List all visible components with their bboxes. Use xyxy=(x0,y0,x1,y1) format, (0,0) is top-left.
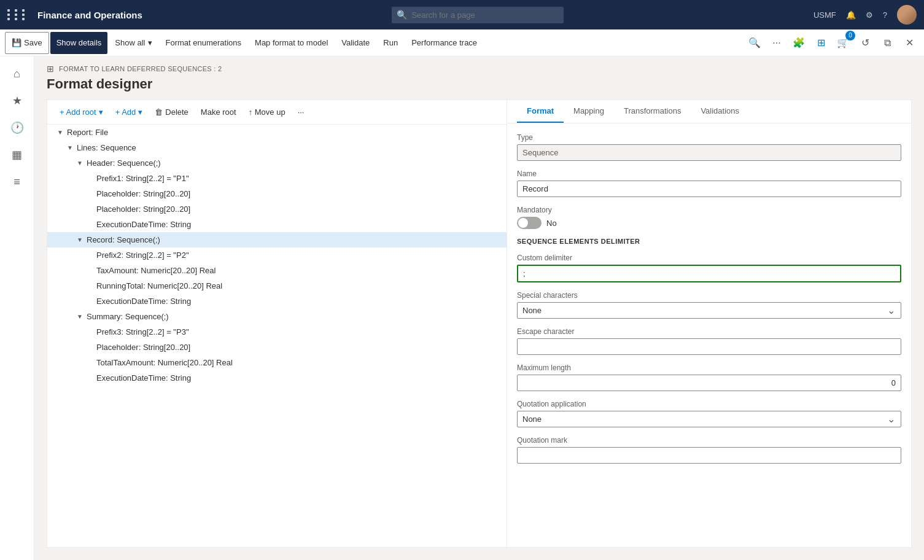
move-up-button[interactable]: ↑ Move up xyxy=(244,105,290,119)
more-tree-button[interactable]: ··· xyxy=(293,105,309,119)
sequence-delimiter-section: SEQUENCE ELEMENTS DELIMITER xyxy=(517,238,901,245)
tab-format[interactable]: Format xyxy=(517,100,564,123)
max-length-label: Maximum length xyxy=(517,364,901,372)
app-grid-icon[interactable] xyxy=(7,9,28,20)
tree-row-placeholder2[interactable]: Placeholder: String[20..20] xyxy=(47,201,507,217)
tree-row-header[interactable]: ▼ Header: Sequence(;) xyxy=(47,155,507,171)
tree-node-label: ExecutionDateTime: String xyxy=(96,373,191,383)
breadcrumb: FORMAT TO LEARN DEFERRED SEQUENCES : 2 xyxy=(59,65,222,72)
sidebar-workspaces-icon[interactable]: ▦ xyxy=(5,142,29,167)
max-length-input[interactable] xyxy=(517,375,901,391)
quotation-mark-input[interactable] xyxy=(517,447,901,464)
tree-node-label: Prefix1: String[2..2] = "P1" xyxy=(96,174,189,183)
caret-icon: ▼ xyxy=(67,144,77,151)
tree-toolbar: + Add root ▾ + Add ▾ 🗑 Delete Make root xyxy=(47,100,507,125)
caret-icon: ▼ xyxy=(77,236,87,243)
tree-row-totaltaxamount[interactable]: TotalTaxAmount: Numeric[20..20] Real xyxy=(47,355,507,370)
tree-node-label: Record: Sequence(;) xyxy=(87,235,160,244)
quotation-app-select-wrapper: None xyxy=(517,411,901,427)
tab-mapping[interactable]: Mapping xyxy=(564,100,614,123)
caret-icon: ▼ xyxy=(57,129,67,136)
refresh-button[interactable]: ↺ xyxy=(855,33,875,53)
tab-validations[interactable]: Validations xyxy=(691,100,749,123)
tree-row-report-file[interactable]: ▼ Report: File xyxy=(47,125,507,140)
escape-char-input[interactable] xyxy=(517,338,901,355)
run-button[interactable]: Run xyxy=(377,32,404,54)
quotation-app-select[interactable]: None xyxy=(517,411,901,427)
caret-icon: ▼ xyxy=(77,313,87,320)
search-input[interactable] xyxy=(392,7,564,23)
sidebar-home-icon[interactable]: ⌂ xyxy=(5,61,29,86)
sidebar-recent-icon[interactable]: 🕐 xyxy=(5,115,29,140)
sidebar-modules-icon[interactable]: ≡ xyxy=(5,169,29,194)
tree-row-runningtotal[interactable]: RunningTotal: Numeric[20..20] Real xyxy=(47,278,507,294)
page-title: Format designer xyxy=(47,76,912,92)
toolbar-right-icons: 🔍 ··· 🧩 ⊞ 🛒 0 ↺ ⧉ ✕ xyxy=(745,33,919,53)
special-chars-select[interactable]: None xyxy=(517,302,901,319)
notification-icon[interactable]: 🔔 xyxy=(846,10,856,20)
show-all-button[interactable]: Show all ▾ xyxy=(109,32,158,54)
tree-row-record[interactable]: ▼ Record: Sequence(;) xyxy=(47,232,507,247)
tree-node-label: Prefix2: String[2..2] = "P2" xyxy=(96,251,189,260)
escape-char-label: Escape character xyxy=(517,327,901,336)
tree-panel: + Add root ▾ + Add ▾ 🗑 Delete Make root xyxy=(47,99,507,548)
office-button[interactable]: ⊞ xyxy=(811,33,831,53)
validate-button[interactable]: Validate xyxy=(335,32,376,54)
tree-node-label: Placeholder: String[20..20] xyxy=(96,343,190,352)
tree-row-execution1[interactable]: ExecutionDateTime: String xyxy=(47,217,507,232)
sidebar-favorites-icon[interactable]: ★ xyxy=(5,88,29,113)
custom-delimiter-input[interactable] xyxy=(517,265,901,282)
name-input[interactable] xyxy=(517,181,901,197)
tree-row-placeholder1[interactable]: Placeholder: String[20..20] xyxy=(47,186,507,201)
max-length-field: Maximum length xyxy=(517,364,901,391)
add-button[interactable]: + Add ▾ xyxy=(111,105,148,119)
tree-row-execution3[interactable]: ExecutionDateTime: String xyxy=(47,370,507,386)
content-area: + Add root ▾ + Add ▾ 🗑 Delete Make root xyxy=(34,99,924,560)
tree-row-placeholder3[interactable]: Placeholder: String[20..20] xyxy=(47,340,507,355)
mandatory-label: Mandatory xyxy=(517,206,901,214)
add-root-chevron-icon: ▾ xyxy=(99,107,103,117)
filter-icon[interactable]: ⊞ xyxy=(47,64,54,74)
tree-node-label: Prefix3: String[2..2] = "P3" xyxy=(96,327,189,336)
user-region: USMF xyxy=(813,10,836,20)
save-button[interactable]: 💾 Save xyxy=(5,32,49,54)
more-button[interactable]: ··· xyxy=(767,33,786,53)
delete-button[interactable]: 🗑 Delete xyxy=(150,105,193,119)
cart-badge: 0 xyxy=(845,31,855,41)
nav-right: USMF 🔔 ⚙ ? xyxy=(813,5,917,25)
search-toolbar-button[interactable]: 🔍 xyxy=(745,33,764,53)
tree-row-lines[interactable]: ▼ Lines: Sequence xyxy=(47,140,507,155)
mandatory-toggle[interactable] xyxy=(517,217,542,229)
add-root-button[interactable]: + Add root ▾ xyxy=(55,105,108,119)
right-panel: Format Mapping Transformations Validatio… xyxy=(507,99,912,548)
tree-row-taxamount[interactable]: TaxAmount: Numeric[20..20] Real xyxy=(47,263,507,278)
settings-icon[interactable]: ⚙ xyxy=(866,10,873,20)
tree-nodes: ▼ Report: File ▼ Lines: Sequence ▼ Heade… xyxy=(47,125,507,386)
escape-char-field: Escape character xyxy=(517,327,901,355)
help-icon[interactable]: ? xyxy=(883,10,887,20)
make-root-button[interactable]: Make root xyxy=(196,105,241,119)
avatar[interactable] xyxy=(897,5,917,25)
close-button[interactable]: ✕ xyxy=(899,33,919,53)
show-details-button[interactable]: Show details xyxy=(50,32,108,54)
map-format-button[interactable]: Map format to model xyxy=(249,32,334,54)
tree-node-label: TotalTaxAmount: Numeric[20..20] Real xyxy=(96,358,233,367)
app-title: Finance and Operations xyxy=(37,10,142,20)
open-new-button[interactable]: ⧉ xyxy=(877,33,897,53)
tree-row-summary[interactable]: ▼ Summary: Sequence(;) xyxy=(47,309,507,324)
tab-transformations[interactable]: Transformations xyxy=(614,100,691,123)
performance-trace-button[interactable]: Performance trace xyxy=(405,32,483,54)
tree-node-label: Lines: Sequence xyxy=(77,143,136,152)
sequence-delimiter-heading: SEQUENCE ELEMENTS DELIMITER xyxy=(517,238,901,245)
toggle-thumb xyxy=(518,218,528,228)
type-input[interactable] xyxy=(517,144,901,161)
puzzle-icon-button[interactable]: 🧩 xyxy=(789,33,809,53)
breadcrumb-area: ⊞ FORMAT TO LEARN DEFERRED SEQUENCES : 2… xyxy=(34,56,924,99)
format-enumerations-button[interactable]: Format enumerations xyxy=(160,32,248,54)
tree-row-execution2[interactable]: ExecutionDateTime: String xyxy=(47,294,507,309)
tree-row-prefix1[interactable]: Prefix1: String[2..2] = "P1" xyxy=(47,171,507,186)
special-chars-select-wrapper: None xyxy=(517,302,901,319)
quotation-app-field: Quotation application None xyxy=(517,400,901,427)
tree-row-prefix2[interactable]: Prefix2: String[2..2] = "P2" xyxy=(47,247,507,263)
tree-row-prefix3[interactable]: Prefix3: String[2..2] = "P3" xyxy=(47,324,507,340)
